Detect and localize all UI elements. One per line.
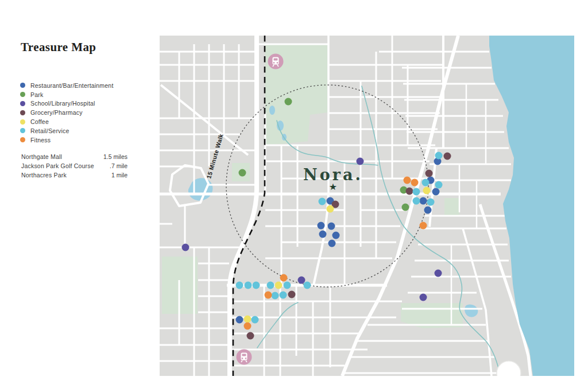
- amenity-dot-retail: [267, 282, 274, 289]
- amenity-dot-school: [357, 158, 364, 165]
- amenity-dot-park: [239, 169, 246, 177]
- amenity-dot-restaurant: [328, 223, 335, 230]
- property-label: Nora.: [303, 166, 363, 184]
- amenity-dot-school: [182, 244, 189, 251]
- watermark-circle: [497, 361, 521, 385]
- amenity-dot-restaurant: [236, 316, 243, 324]
- amenity-dot-fitness: [404, 177, 411, 184]
- amenity-dot-retail: [280, 292, 287, 299]
- amenity-dot-school: [420, 294, 427, 301]
- property-star-icon: ★: [329, 182, 337, 192]
- amenity-dot-park: [285, 98, 292, 106]
- amenity-dot-retail: [236, 282, 243, 289]
- amenity-dot-coffee: [327, 205, 334, 213]
- amenity-dot-fitness: [265, 292, 272, 299]
- amenity-dot-grocery: [247, 332, 254, 340]
- amenity-dot-retail: [413, 188, 420, 196]
- amenity-dot-fitness: [420, 222, 427, 230]
- amenity-dot-retail: [435, 152, 443, 160]
- amenity-dot-retail: [284, 282, 291, 289]
- amenity-dot-restaurant: [328, 240, 336, 247]
- amenity-dot-restaurant: [332, 232, 340, 239]
- amenity-dot-grocery: [425, 170, 433, 177]
- amenity-dot-fitness: [244, 323, 252, 330]
- amenity-dot-school: [298, 277, 305, 284]
- transit-station-icon: [268, 54, 284, 69]
- amenity-dot-retail: [245, 282, 252, 289]
- amenity-dot-retail: [435, 181, 443, 189]
- amenity-dot-restaurant: [432, 188, 440, 196]
- amenity-dot-grocery: [444, 153, 451, 160]
- amenity-dot-retail: [413, 197, 420, 205]
- amenity-dot-retail: [252, 316, 259, 324]
- amenity-dot-retail: [253, 282, 260, 289]
- amenity-dot-grocery: [406, 188, 413, 195]
- amenity-dot-restaurant: [319, 231, 327, 238]
- page: Treasure Map Restaurant/Bar/Entertainmen…: [0, 0, 588, 392]
- amenity-dot-coffee: [275, 282, 283, 289]
- amenity-dot-restaurant: [420, 197, 427, 205]
- amenity-dot-restaurant: [318, 222, 325, 230]
- amenity-dot-grocery: [288, 291, 296, 298]
- amenity-dot-school: [435, 270, 442, 277]
- amenity-dot-fitness: [280, 274, 288, 282]
- amenity-dot-retail: [427, 199, 435, 206]
- amenity-dot-retail: [304, 282, 311, 289]
- amenity-dot-coffee: [423, 187, 431, 195]
- map-svg: 15 Minute Walk Nora. ★: [0, 0, 588, 392]
- amenity-dot-retail: [319, 198, 326, 205]
- amenity-dot-retail: [422, 179, 430, 187]
- amenity-dot-restaurant: [424, 207, 432, 214]
- amenity-dot-retail: [272, 292, 279, 300]
- amenity-dot-coffee: [244, 316, 252, 323]
- amenity-dot-park: [402, 204, 409, 211]
- transit-station-icon: [237, 350, 252, 365]
- amenity-dot-fitness: [411, 179, 419, 187]
